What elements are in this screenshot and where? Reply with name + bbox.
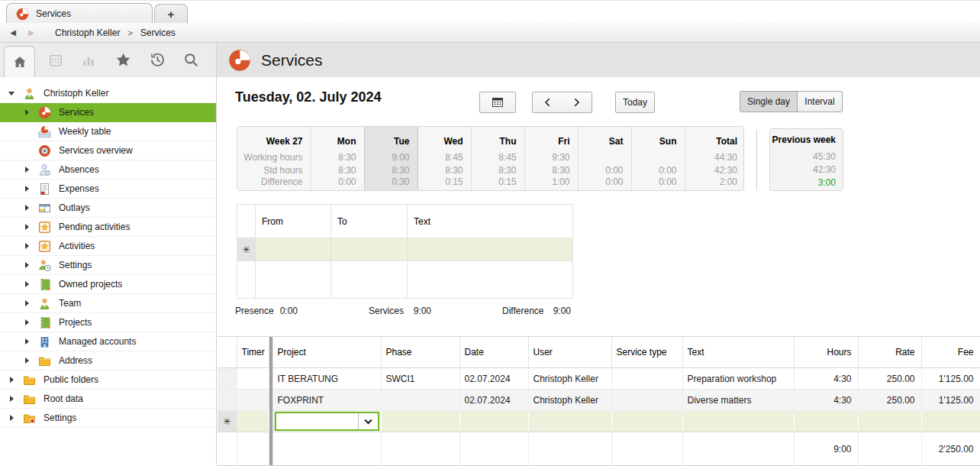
date-cell[interactable]: 02.07.2024: [459, 390, 528, 411]
sidebar-item-expenses[interactable]: Expenses: [0, 180, 216, 199]
expander-icon[interactable]: [21, 167, 32, 173]
project-cell[interactable]: FOXPRINT: [272, 390, 381, 411]
col-header-user[interactable]: User: [528, 337, 611, 368]
col-header-from[interactable]: From: [256, 205, 331, 238]
date-cell[interactable]: 02.07.2024: [459, 368, 528, 390]
row-selector[interactable]: [218, 390, 237, 411]
history-icon[interactable]: [150, 52, 166, 68]
new-row-marker[interactable]: ✳: [237, 238, 256, 261]
col-header-fee[interactable]: Fee: [921, 337, 980, 368]
nav-back-icon[interactable]: ◀: [8, 28, 18, 37]
calendar-picker-button[interactable]: [479, 92, 516, 113]
combobox-dropdown-button[interactable]: [358, 413, 378, 429]
sidebar-item-user-settings[interactable]: Settings: [0, 256, 216, 275]
timer-cell[interactable]: [237, 411, 269, 432]
expander-icon[interactable]: [21, 205, 32, 211]
day-header-thu[interactable]: Thu: [471, 127, 524, 150]
sidebar-item-managed-accounts[interactable]: Managed accounts: [0, 332, 216, 351]
day-header-sat[interactable]: Sat: [578, 127, 631, 150]
col-header-service-type[interactable]: Service type: [611, 337, 682, 368]
day-header-mon[interactable]: Mon: [311, 127, 364, 150]
timer-cell[interactable]: [237, 390, 269, 411]
next-day-button[interactable]: [562, 92, 592, 113]
sidebar-item-services[interactable]: Services: [0, 103, 216, 122]
col-header-project[interactable]: Project: [272, 337, 381, 368]
text-cell[interactable]: Diverse matters: [682, 390, 794, 411]
day-header-fri[interactable]: Fri: [524, 127, 578, 150]
hours-cell[interactable]: 4:30: [794, 368, 858, 390]
expander-icon[interactable]: [21, 109, 32, 115]
rate-cell[interactable]: 250.00: [858, 368, 921, 390]
fee-cell[interactable]: 1'125.00: [921, 368, 980, 390]
expander-icon[interactable]: [21, 338, 32, 345]
from-cell[interactable]: [256, 238, 331, 261]
calendar-icon[interactable]: [47, 52, 63, 68]
breadcrumb-services[interactable]: Services: [140, 28, 176, 38]
project-combobox[interactable]: [275, 412, 379, 431]
service-type-cell[interactable]: [611, 390, 682, 411]
sidebar-item-root-data[interactable]: Root data: [0, 390, 216, 409]
expander-icon[interactable]: [6, 415, 17, 421]
project-cell[interactable]: IT BERATUNG: [272, 368, 381, 390]
service-type-cell[interactable]: [611, 411, 682, 432]
sidebar-item-pending-activities[interactable]: Pending activities: [0, 218, 216, 237]
expander-icon[interactable]: [21, 319, 32, 325]
col-header-hours[interactable]: Hours: [794, 337, 858, 368]
sidebar-item-address[interactable]: Address: [0, 351, 216, 371]
col-header-text[interactable]: Text: [682, 337, 794, 368]
breadcrumb-user[interactable]: Christoph Keller: [55, 28, 120, 38]
rate-cell[interactable]: 250.00: [858, 390, 921, 411]
sidebar-item-services-overview[interactable]: Services overview: [0, 141, 216, 160]
home-icon[interactable]: [4, 46, 35, 77]
fee-cell[interactable]: 1'125.00: [921, 390, 980, 411]
sidebar-item-settings[interactable]: Settings: [0, 409, 216, 428]
phase-cell[interactable]: SWCI1: [381, 368, 459, 390]
day-header-tue[interactable]: Tue: [364, 127, 417, 150]
nav-forward-icon[interactable]: ▶: [26, 28, 37, 37]
text-cell[interactable]: [408, 238, 573, 261]
user-cell[interactable]: [528, 411, 611, 432]
project-combobox-value[interactable]: [276, 413, 358, 429]
star-icon[interactable]: [115, 52, 131, 68]
expander-icon[interactable]: [6, 396, 17, 402]
day-header-sun[interactable]: Sun: [631, 127, 685, 150]
expander-icon[interactable]: [6, 377, 17, 383]
expander-icon[interactable]: [21, 224, 32, 230]
to-cell[interactable]: [331, 238, 408, 261]
expander-icon[interactable]: [21, 243, 32, 249]
user-cell[interactable]: Christoph Keller: [528, 368, 611, 390]
hours-cell[interactable]: 4:30: [794, 390, 858, 411]
expander-icon[interactable]: [21, 281, 32, 287]
search-icon[interactable]: [183, 52, 199, 68]
col-header-date[interactable]: Date: [459, 337, 528, 368]
expander-icon[interactable]: [6, 92, 17, 95]
sidebar-item-weekly-table[interactable]: Weekly table: [0, 122, 216, 141]
sidebar-item-activities[interactable]: Activities: [0, 237, 216, 256]
rate-cell[interactable]: [858, 411, 921, 432]
timer-cell[interactable]: [237, 368, 269, 390]
new-tab-button[interactable]: +: [154, 4, 188, 24]
row-selector[interactable]: [218, 368, 237, 390]
phase-cell[interactable]: [381, 390, 459, 411]
day-header-wed[interactable]: Wed: [417, 127, 471, 150]
interval-toggle[interactable]: Interval: [797, 92, 842, 112]
user-cell[interactable]: Christoph Keller: [528, 390, 611, 411]
col-header-text[interactable]: Text: [408, 205, 573, 238]
hours-cell[interactable]: [794, 411, 858, 432]
col-header-rate[interactable]: Rate: [858, 337, 921, 368]
col-header-phase[interactable]: Phase: [381, 337, 459, 368]
sidebar-item-outlays[interactable]: Outlays: [0, 199, 216, 218]
fee-cell[interactable]: [921, 411, 980, 432]
expander-icon[interactable]: [21, 186, 32, 192]
sidebar-item-owned-projects[interactable]: Owned projects: [0, 275, 216, 294]
expander-icon[interactable]: [21, 358, 32, 364]
project-cell[interactable]: [272, 411, 381, 432]
text-cell[interactable]: [682, 411, 794, 432]
single-day-toggle[interactable]: Single day: [740, 92, 797, 112]
date-cell[interactable]: [459, 411, 528, 432]
chart-icon[interactable]: [80, 52, 96, 68]
tab-services[interactable]: Services: [6, 3, 153, 24]
sidebar-item-christoph-keller[interactable]: Christoph Keller: [0, 84, 216, 103]
new-row-marker[interactable]: ✳: [218, 411, 237, 432]
service-type-cell[interactable]: [611, 368, 682, 390]
